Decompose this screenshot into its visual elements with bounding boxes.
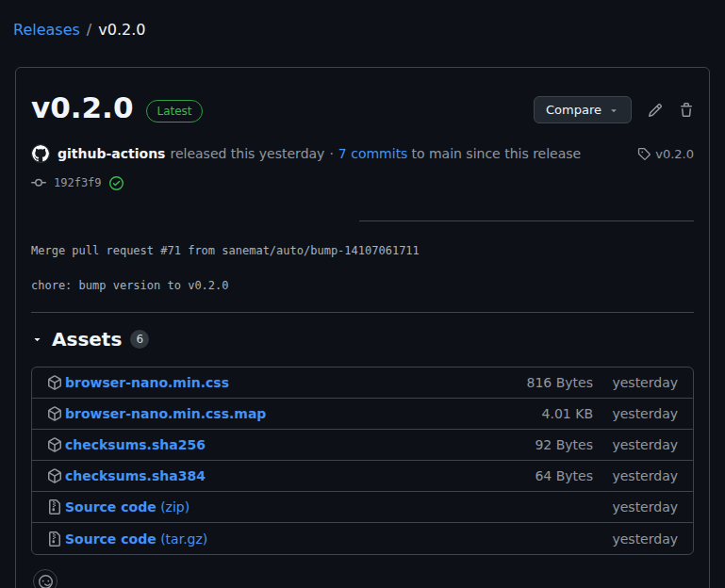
commits-suffix-text: to main since this release (411, 146, 581, 161)
asset-row: checksums.sha256 92 Bytes yesterday (32, 430, 693, 461)
commit-sha-link[interactable]: 192f3f9 (54, 176, 102, 189)
add-reaction-button[interactable] (33, 569, 58, 588)
asset-download-link[interactable]: browser-nano.min.css.map (65, 406, 542, 421)
compare-button-label: Compare (546, 103, 601, 117)
commits-link[interactable]: 7 commits (338, 146, 408, 161)
release-body: Merge pull request #71 from sanemat/auto… (31, 242, 694, 294)
asset-date: yesterday (593, 468, 678, 483)
asset-row: Source code (zip) yesterday (32, 492, 693, 523)
latest-badge[interactable]: Latest (146, 100, 202, 122)
commit-row: 192f3f9 (31, 175, 694, 190)
delete-release-button[interactable] (679, 103, 694, 118)
chevron-down-icon (608, 105, 619, 116)
release-header: v0.2.0 Latest Compare (31, 90, 694, 125)
asset-download-link[interactable]: browser-nano.min.css (65, 375, 527, 390)
check-circle-icon (109, 176, 124, 190)
release-author-link[interactable]: github-actions (58, 146, 165, 161)
assets-table: browser-nano.min.css 816 Bytes yesterday… (31, 367, 694, 555)
release-title-group: v0.2.0 Latest (31, 90, 203, 125)
compare-button[interactable]: Compare (534, 96, 632, 123)
package-icon (47, 375, 62, 390)
release-meta: github-actions released this yesterday ·… (31, 144, 694, 163)
asset-download-link[interactable]: Source code (zip) (65, 499, 593, 514)
asset-date: yesterday (593, 406, 678, 421)
asset-row: checksums.sha384 64 Bytes yesterday (32, 461, 693, 492)
asset-date: yesterday (593, 375, 678, 390)
release-card: v0.2.0 Latest Compare (15, 67, 710, 588)
triangle-down-icon (31, 334, 43, 346)
released-text: released this yesterday (170, 146, 324, 161)
avatar[interactable] (31, 144, 50, 163)
asset-date: yesterday (593, 499, 678, 514)
asset-size: 816 Bytes (527, 375, 593, 390)
github-mark-icon (32, 145, 49, 162)
asset-date: yesterday (593, 437, 678, 452)
asset-size: 92 Bytes (535, 437, 593, 452)
edit-release-button[interactable] (648, 103, 663, 118)
assets-heading: Assets (52, 328, 122, 351)
package-icon (47, 406, 62, 421)
package-icon (47, 437, 62, 452)
release-body-line: Merge pull request #71 from sanemat/auto… (31, 242, 694, 259)
release-tag: v0.2.0 (637, 147, 694, 161)
breadcrumb-separator: / (87, 21, 91, 39)
release-actions: Compare (534, 96, 694, 123)
checks-status-button[interactable] (109, 176, 124, 190)
asset-row: Source code (tar.gz) yesterday (32, 523, 693, 554)
asset-download-link[interactable]: checksums.sha384 (65, 468, 535, 483)
breadcrumb-releases-link[interactable]: Releases (13, 21, 80, 39)
trash-icon (679, 103, 694, 118)
asset-date: yesterday (593, 531, 678, 547)
git-commit-icon (31, 175, 46, 190)
release-page: Releases / v0.2.0 v0.2.0 Latest Compare (0, 0, 725, 588)
pencil-icon (648, 103, 663, 118)
assets-toggle[interactable]: Assets 6 (31, 328, 694, 351)
reactions-row (31, 569, 694, 588)
file-zip-icon (47, 499, 62, 514)
assets-section-divider (31, 312, 694, 313)
asset-size: 64 Bytes (535, 468, 593, 483)
asset-row: browser-nano.min.css 816 Bytes yesterday (32, 368, 693, 399)
smiley-icon (39, 575, 53, 588)
breadcrumb: Releases / v0.2.0 (13, 21, 710, 39)
file-zip-icon (47, 531, 62, 547)
asset-download-link[interactable]: Source code (tar.gz) (65, 531, 593, 547)
breadcrumb-current: v0.2.0 (98, 21, 145, 39)
asset-row: browser-nano.min.css.map 4.01 KB yesterd… (32, 399, 693, 430)
asset-download-link[interactable]: checksums.sha256 (65, 437, 535, 452)
package-icon (47, 468, 62, 483)
release-body-line: chore: bump version to v0.2.0 (31, 277, 694, 294)
asset-size: 4.01 KB (542, 406, 593, 421)
release-body-divider (359, 220, 694, 221)
tag-icon (637, 147, 651, 160)
meta-separator: · (329, 146, 333, 161)
release-tag-label: v0.2.0 (655, 147, 694, 161)
release-title: v0.2.0 (31, 90, 133, 125)
assets-count-badge: 6 (130, 330, 149, 349)
